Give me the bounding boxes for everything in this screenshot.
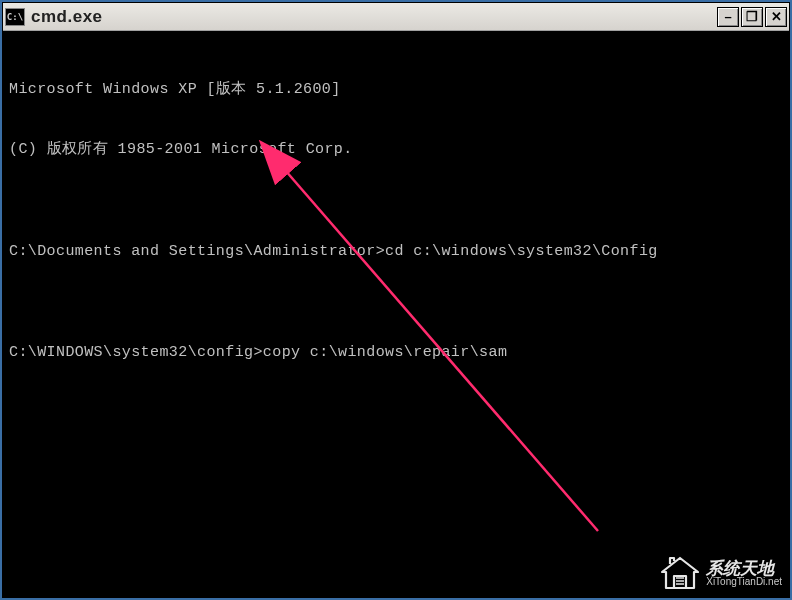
- terminal-area[interactable]: Microsoft Windows XP [版本 5.1.2600] (C) 版…: [3, 31, 789, 597]
- terminal-line: Microsoft Windows XP [版本 5.1.2600]: [9, 80, 783, 100]
- terminal-line: C:\WINDOWS\system32\config>copy c:\windo…: [9, 343, 783, 363]
- minimize-button[interactable]: –: [717, 7, 739, 27]
- watermark-url: XiTongTianDi.net: [706, 577, 782, 587]
- titlebar[interactable]: C:\ cmd.exe – ❐ ✕: [3, 3, 789, 31]
- terminal-line: C:\Documents and Settings\Administrator>…: [9, 242, 783, 262]
- watermark-text: 系统天地 XiTongTianDi.net: [706, 560, 782, 587]
- house-icon: [660, 556, 700, 590]
- maximize-button[interactable]: ❐: [741, 7, 763, 27]
- window-title: cmd.exe: [31, 7, 717, 27]
- watermark: 系统天地 XiTongTianDi.net: [660, 556, 782, 590]
- cmd-icon: C:\: [5, 8, 25, 26]
- window-controls: – ❐ ✕: [717, 7, 787, 27]
- watermark-title: 系统天地: [706, 560, 782, 577]
- close-button[interactable]: ✕: [765, 7, 787, 27]
- terminal-line: (C) 版权所有 1985-2001 Microsoft Corp.: [9, 140, 783, 160]
- cmd-window: C:\ cmd.exe – ❐ ✕ Microsoft Windows XP […: [2, 2, 790, 598]
